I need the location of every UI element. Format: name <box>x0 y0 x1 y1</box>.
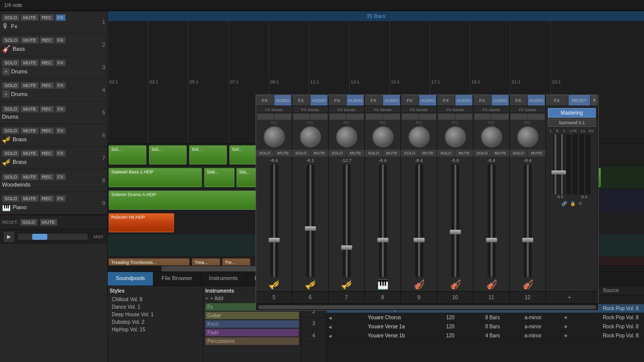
send-fader[interactable] <box>511 114 528 120</box>
rec-button[interactable]: REC <box>40 37 54 44</box>
fader-5[interactable] <box>270 164 278 277</box>
style-item-2[interactable]: Dance Vol. 1 <box>110 303 201 311</box>
master-fader-R[interactable] <box>559 134 565 195</box>
close-mixer-button[interactable]: × <box>591 95 598 106</box>
audio-btn-6[interactable]: AUDIO <box>310 95 329 106</box>
rec-button[interactable]: REC <box>40 14 54 21</box>
table-row-5[interactable]: ◀ Youare Verse 1b 120 4 Bars a-minor ★ R… <box>327 331 644 340</box>
audio-btn-5[interactable]: AUDIO <box>274 95 292 106</box>
global-mute-button[interactable]: MUTE <box>40 219 58 226</box>
mute-button[interactable]: MUTE <box>21 195 39 202</box>
mute-button[interactable]: MUTE <box>21 37 39 44</box>
fader-11[interactable] <box>488 164 496 277</box>
send-fader[interactable] <box>402 114 419 120</box>
add-track-button[interactable]: + <box>2 67 10 75</box>
rec-button[interactable]: REC <box>40 173 54 180</box>
cell-fav[interactable]: ★ <box>564 324 603 329</box>
fx-button[interactable]: FX <box>55 82 66 89</box>
channel-knob-10[interactable] <box>445 126 466 147</box>
rec-button[interactable]: REC <box>40 82 54 89</box>
solo-button[interactable]: SOLO <box>2 127 20 134</box>
mute-btn-7[interactable]: MUTE <box>347 150 364 156</box>
solo-btn-10[interactable]: SOLO <box>437 150 454 156</box>
tab-file-browser[interactable]: File Browser <box>153 272 201 286</box>
fx-btn-9[interactable]: FX <box>401 95 419 106</box>
send-fader[interactable] <box>257 114 274 120</box>
solo-btn-7[interactable]: SOLO <box>329 150 346 156</box>
mute-button[interactable]: MUTE <box>21 106 39 113</box>
channel-knob-7[interactable] <box>336 126 357 147</box>
send-fader[interactable] <box>438 114 455 120</box>
send-fader[interactable] <box>474 114 492 120</box>
send-fader[interactable] <box>492 114 509 120</box>
mixer-scrollbar[interactable] <box>256 303 598 310</box>
fx-button[interactable]: FX <box>55 14 66 21</box>
table-row-4[interactable]: ◀ Youare Verse 1a 120 8 Bars a-minor ★ R… <box>327 322 644 331</box>
style-item-4[interactable]: Dubstep Vol. 2 <box>110 318 201 326</box>
clip[interactable]: Treading Trombones... <box>109 258 189 266</box>
fx-btn-10[interactable]: FX <box>437 95 455 106</box>
mute-btn-9[interactable]: MUTE <box>419 150 437 156</box>
style-item-1[interactable]: Chillout Vol. 8 <box>110 296 201 303</box>
instrument-keys[interactable]: Keys <box>205 320 299 328</box>
send-fader[interactable] <box>347 114 364 120</box>
fx-btn-5[interactable]: FX <box>256 95 274 106</box>
send-fader[interactable] <box>310 114 328 120</box>
fader-9[interactable] <box>415 164 423 277</box>
audio-btn-12[interactable]: AUDIO <box>528 95 546 106</box>
fx-button[interactable]: FX <box>55 195 66 202</box>
solo-button[interactable]: SOLO <box>2 150 20 157</box>
fx-btn-6[interactable]: FX <box>292 95 310 106</box>
audio-btn-7[interactable]: AUDIO <box>347 95 365 106</box>
fx-btn-12[interactable]: FX <box>510 95 528 106</box>
instrument-guitar[interactable]: Guitar <box>205 312 299 319</box>
master-fader-Ls[interactable] <box>579 134 584 195</box>
clip[interactable]: Stalwart Bass.1.HDP <box>109 168 202 187</box>
clip[interactable]: Stal... <box>204 168 234 187</box>
channel-knob-9[interactable] <box>409 126 430 147</box>
channel-knob-8[interactable] <box>372 126 393 147</box>
rec-button[interactable]: REC <box>40 195 54 202</box>
channel-knob-5[interactable] <box>264 126 285 147</box>
clip[interactable]: Tre... <box>222 258 250 266</box>
solo-btn-8[interactable]: SOLO <box>365 150 382 156</box>
mute-button[interactable]: MUTE <box>21 150 39 157</box>
tab-soundpools[interactable]: Soundpools <box>108 272 153 286</box>
solo-button[interactable]: SOLO <box>2 37 20 44</box>
mute-btn-11[interactable]: MUTE <box>492 150 509 156</box>
fx-btn-master[interactable]: FX <box>546 95 569 106</box>
instrument-percussions[interactable]: Percussions <box>205 337 299 345</box>
send-fader[interactable] <box>455 114 472 120</box>
mute-button[interactable]: MUTE <box>21 82 39 89</box>
audio-btn-11[interactable]: AUDIO <box>492 95 510 106</box>
master-fader-L[interactable] <box>553 134 558 195</box>
fader-10[interactable] <box>451 164 459 277</box>
audio-btn-8[interactable]: AUDIO <box>383 95 401 106</box>
cell-fav[interactable]: ★ <box>564 333 603 338</box>
solo-button[interactable]: SOLO <box>2 82 20 89</box>
clip[interactable]: Relesim Hit.HDP <box>109 213 174 232</box>
solo-btn-12[interactable]: SOLO <box>510 150 527 156</box>
fader-6[interactable] <box>306 164 314 277</box>
solo-btn-5[interactable]: SOLO <box>256 150 273 156</box>
fx-button[interactable]: FX <box>55 37 66 44</box>
mixer-scroll-thumb[interactable] <box>258 305 596 309</box>
mute-button[interactable]: MUTE <box>21 173 39 180</box>
global-solo-button[interactable]: SOLO <box>20 219 38 226</box>
playback-position[interactable] <box>18 234 88 240</box>
fader-12[interactable] <box>524 164 532 277</box>
style-item-5[interactable]: HipHop Vol. 15 <box>110 326 201 333</box>
mute-button[interactable]: MUTE <box>21 127 39 134</box>
clip[interactable]: Solemn Drums A.HDP <box>109 191 257 210</box>
solo-button[interactable]: SOLO <box>2 106 20 113</box>
solo-button[interactable]: SOLO <box>2 173 20 180</box>
rec-button[interactable]: REC <box>40 150 54 157</box>
solo-btn-9[interactable]: SOLO <box>401 150 418 156</box>
send-fader[interactable] <box>330 114 347 120</box>
clip[interactable]: Sol... <box>109 145 146 164</box>
clip[interactable]: Sol... <box>189 145 227 164</box>
table-row-3[interactable]: ◀ Youare Chorus 120 8 Bars a-minor ★ Roc… <box>327 313 644 322</box>
send-fader[interactable] <box>419 114 436 120</box>
fx-button[interactable]: FX <box>55 59 66 66</box>
tab-instruments[interactable]: Instruments <box>201 272 246 286</box>
